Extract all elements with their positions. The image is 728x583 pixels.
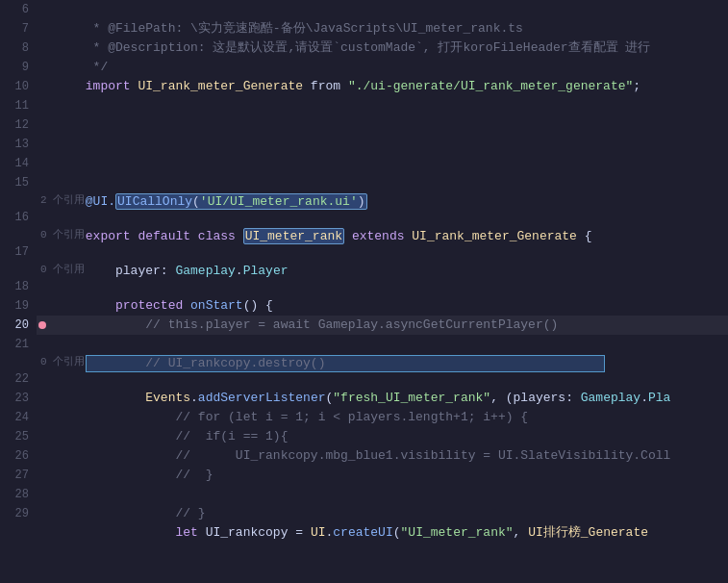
code-line-15: @UI.UICallOnly('UI/UI_meter_rank.ui')	[37, 173, 728, 192]
code-token: player	[86, 264, 161, 278]
code-token: 'UI/UI_meter_rank.ui'	[200, 194, 358, 209]
code-line-14	[37, 154, 728, 173]
code-token: .	[236, 264, 243, 278]
ln-20: 20	[0, 316, 29, 335]
code-token	[86, 525, 176, 540]
code-line-22: Events.addServerListener("fresh_UI_meter…	[37, 369, 728, 389]
code-line-16: export default class UI_meter_rank exten…	[37, 208, 728, 227]
code-token: )	[358, 194, 365, 209]
ln-16: 16	[0, 208, 29, 227]
ln-15: 15	[0, 173, 29, 192]
ln-17-ref	[0, 262, 29, 277]
code-token: {	[585, 229, 592, 243]
code-token: =	[295, 525, 311, 540]
ln-14: 14	[0, 154, 29, 173]
ln-21: 21	[0, 335, 29, 354]
code-token: createUI	[333, 525, 392, 540]
ln-13: 13	[0, 135, 29, 154]
code-token: UI	[311, 525, 326, 540]
editor-container: 6 7 8 9 10 11 12 13 14 15 16 17 18 19 20…	[0, 0, 728, 583]
ln-18: 18	[0, 277, 29, 296]
code-line-20	[37, 316, 728, 335]
ln-27: 27	[0, 466, 29, 485]
code-token: // UI_rankcopy.destroy()	[86, 356, 326, 370]
code-token: Gameplay	[175, 264, 235, 278]
code-line-6: * @FilePath: \实力竞速跑酷-备份\JavaScripts\UI_m…	[37, 0, 728, 19]
code-line-27	[37, 466, 728, 485]
code-token: ,	[514, 525, 529, 540]
code-token: UICallOnly	[117, 194, 192, 209]
code-line-9: import UI_rank_meter_Generate from "./ui…	[37, 58, 728, 77]
code-token: UI_rankcopy	[206, 525, 296, 540]
ln-23: 23	[0, 389, 29, 408]
ln-17: 17	[0, 242, 29, 262]
code-area[interactable]: * @FilePath: \实力竞速跑酷-备份\JavaScripts\UI_m…	[37, 0, 728, 583]
code-line-28: // }	[37, 485, 728, 504]
code-line-8: */	[37, 38, 728, 58]
code-token: @UI.	[86, 194, 115, 209]
code-token: :	[161, 264, 176, 278]
ln-16-ref	[0, 227, 29, 242]
code-line-29: let UI_rankcopy = UI.createUI("UI_meter_…	[37, 504, 728, 523]
code-token: Player	[243, 264, 289, 278]
code-token: UI_meter_rank	[245, 229, 342, 243]
code-line-18: protected onStart() {	[37, 277, 728, 296]
code-line-23: // for (let i = 1; i < players.length+1;…	[37, 389, 728, 408]
ln-21-ref	[0, 354, 29, 369]
ln-25: 25	[0, 427, 29, 446]
code-line-11	[37, 96, 728, 115]
code-line-19: // this.player = await Gameplay.asyncGet…	[37, 296, 728, 316]
ln-8: 8	[0, 38, 29, 58]
code-line-13	[37, 135, 728, 154]
ln-11: 11	[0, 96, 29, 115]
code-line-26: // }	[37, 446, 728, 466]
ln-6: 6	[0, 0, 29, 19]
code-line-10	[37, 77, 728, 96]
ln-24: 24	[0, 408, 29, 427]
ln-10: 10	[0, 77, 29, 96]
code-token: export	[86, 229, 138, 243]
code-token: UI排行榜_Generate	[528, 525, 648, 540]
code-token: UI_rank_meter_Generate	[412, 229, 584, 243]
line-numbers: 6 7 8 9 10 11 12 13 14 15 16 17 18 19 20…	[0, 0, 37, 583]
code-line-25: // UI_rankcopy.mbg_blue1.visibility = UI…	[37, 427, 728, 446]
ln-12: 12	[0, 115, 29, 135]
code-token: extends	[344, 229, 412, 243]
code-line-21: // UI_rankcopy.destroy()	[37, 335, 728, 354]
code-line-12	[37, 115, 728, 135]
ln-19: 19	[0, 296, 29, 316]
ln-7: 7	[0, 19, 29, 38]
code-token: "UI_meter_rank"	[401, 525, 514, 540]
breakpoint-dot	[38, 321, 46, 329]
ln-15-ref	[0, 192, 29, 208]
code-line-7: * @Description: 这是默认设置,请设置`customMade`, …	[37, 19, 728, 38]
ln-29: 29	[0, 504, 29, 523]
code-line-17: player: Gameplay.Player	[37, 242, 728, 262]
code-line-24: // if(i == 1){	[37, 408, 728, 427]
code-token: (	[192, 194, 200, 209]
code-token: class	[198, 229, 243, 243]
code-token: (	[393, 525, 401, 540]
ln-9: 9	[0, 58, 29, 77]
ln-28: 28	[0, 485, 29, 504]
ln-22: 22	[0, 369, 29, 389]
code-token: let	[175, 525, 205, 540]
code-token: default	[138, 229, 197, 243]
ln-26: 26	[0, 446, 29, 466]
